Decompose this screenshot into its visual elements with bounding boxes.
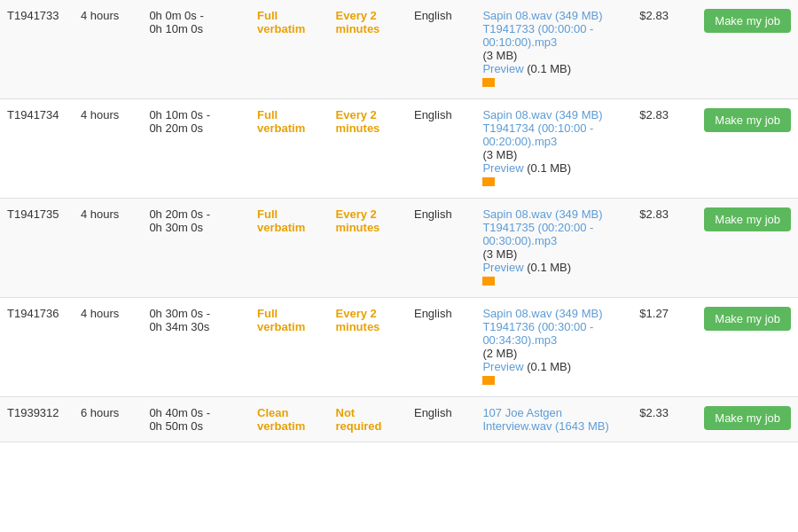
preview-link[interactable]: Preview: [482, 360, 523, 373]
action-cell: Make my job: [686, 99, 798, 199]
table-row: T1941736 4 hours 0h 30m 0s -0h 34m 30s F…: [0, 298, 798, 397]
table-row: T1941734 4 hours 0h 10m 0s -0h 20m 0s Fu…: [0, 99, 798, 199]
time-range-cell: 0h 20m 0s -0h 30m 0s: [142, 199, 250, 298]
jobs-table: T1941733 4 hours 0h 0m 0s -0h 10m 0s Ful…: [0, 0, 798, 442]
mp3-link[interactable]: T1941736 (00:30:00 - 00:34:30).mp3: [482, 320, 593, 347]
interval-value: Not required: [336, 406, 382, 433]
transcription-type: Cleanverbatim: [257, 406, 305, 433]
transcription-type: Fullverbatim: [257, 108, 305, 135]
hours-cell: 6 hours: [74, 397, 142, 442]
hours-value: 6 hours: [81, 406, 119, 419]
file-name-link[interactable]: Sapin 08.wav (349 MB): [482, 9, 602, 22]
language-cell: English: [407, 99, 475, 199]
file-info: 107 Joe Astgen Interview.wav (1643 MB): [482, 406, 625, 433]
make-job-button[interactable]: Make my job: [704, 207, 791, 231]
time-range-cell: 0h 0m 0s -0h 10m 0s: [142, 0, 250, 99]
price-cell: $2.33: [632, 397, 686, 442]
make-job-button[interactable]: Make my job: [704, 406, 791, 430]
hours-value: 4 hours: [81, 108, 119, 121]
type-cell: Fullverbatim: [250, 99, 328, 199]
job-id-cell: T1939312: [0, 397, 74, 442]
transcription-type: Fullverbatim: [257, 9, 305, 35]
file-info: Sapin 08.wav (349 MB)T1941735 (00:20:00 …: [482, 207, 625, 288]
price-value: $2.83: [639, 9, 669, 22]
interval-cell: Every 2minutes: [329, 298, 407, 397]
preview-link[interactable]: Preview: [482, 261, 523, 274]
mp3-link[interactable]: T1941733 (00:00:00 - 00:10:00).mp3: [482, 22, 593, 49]
time-range-cell: 0h 30m 0s -0h 34m 30s: [142, 298, 250, 397]
table-row: T1941733 4 hours 0h 0m 0s -0h 10m 0s Ful…: [0, 0, 798, 99]
transcription-type: Fullverbatim: [257, 207, 305, 234]
price-value: $2.83: [639, 108, 669, 121]
preview-link[interactable]: Preview: [482, 62, 523, 75]
file-info-cell: Sapin 08.wav (349 MB)T1941734 (00:10:00 …: [475, 99, 632, 199]
mp3-size: (3 MB): [482, 148, 517, 161]
job-id: T1941736: [7, 307, 59, 320]
price-cell: $2.83: [632, 199, 686, 298]
language-cell: English: [407, 397, 475, 442]
mp3-size: (3 MB): [482, 49, 517, 62]
hours-value: 4 hours: [81, 307, 119, 320]
language-cell: English: [407, 199, 475, 298]
job-id-cell: T1941735: [0, 199, 74, 298]
language-value: English: [414, 307, 452, 320]
hours-value: 4 hours: [81, 9, 119, 22]
file-info: Sapin 08.wav (349 MB)T1941736 (00:30:00 …: [482, 307, 625, 387]
job-id: T1941733: [7, 9, 59, 22]
job-id-cell: T1941734: [0, 99, 74, 199]
file-info: Sapin 08.wav (349 MB)T1941733 (00:00:00 …: [482, 9, 625, 90]
transcription-type: Fullverbatim: [257, 307, 305, 333]
interval-cell: Every 2minutes: [329, 199, 407, 298]
interval-value: Every 2minutes: [336, 108, 380, 135]
job-id: T1939312: [7, 406, 59, 419]
type-cell: Fullverbatim: [250, 0, 328, 99]
action-cell: Make my job: [686, 199, 798, 298]
hours-cell: 4 hours: [74, 99, 142, 199]
make-job-button[interactable]: Make my job: [704, 108, 791, 132]
language-value: English: [414, 9, 452, 22]
make-job-button[interactable]: Make my job: [704, 9, 791, 33]
price-value: $2.33: [639, 406, 669, 419]
language-value: English: [414, 207, 452, 221]
make-job-button[interactable]: Make my job: [704, 307, 791, 331]
file-name-link[interactable]: Sapin 08.wav (349 MB): [482, 307, 602, 320]
time-range-value: 0h 40m 0s -0h 50m 0s: [149, 406, 210, 433]
mp3-link[interactable]: T1941734 (00:10:00 - 00:20:00).mp3: [482, 121, 593, 148]
action-cell: Make my job: [686, 298, 798, 397]
table-row: T1941735 4 hours 0h 20m 0s -0h 30m 0s Fu…: [0, 199, 798, 298]
flag-icon: [482, 277, 495, 286]
mp3-size: (2 MB): [482, 347, 517, 360]
job-id-cell: T1941736: [0, 298, 74, 397]
job-id: T1941734: [7, 108, 59, 121]
hours-value: 4 hours: [81, 207, 119, 221]
type-cell: Fullverbatim: [250, 298, 328, 397]
flag-icon: [482, 376, 495, 385]
price-cell: $2.83: [632, 0, 686, 99]
file-name-link[interactable]: Sapin 08.wav (349 MB): [482, 207, 602, 221]
mp3-link[interactable]: T1941735 (00:20:00 - 00:30:00).mp3: [482, 221, 593, 247]
language-value: English: [414, 108, 452, 121]
price-value: $1.27: [639, 307, 669, 320]
time-range-value: 0h 10m 0s -0h 20m 0s: [149, 108, 210, 135]
price-cell: $1.27: [632, 298, 686, 397]
interval-value: Every 2minutes: [336, 9, 380, 35]
preview-link[interactable]: Preview: [482, 161, 523, 175]
time-range-value: 0h 30m 0s -0h 34m 30s: [149, 307, 210, 333]
type-cell: Cleanverbatim: [250, 397, 328, 442]
file-info-cell: Sapin 08.wav (349 MB)T1941735 (00:20:00 …: [475, 199, 632, 298]
preview-size: (0.1 MB): [527, 62, 571, 75]
interval-cell: Not required: [329, 397, 407, 442]
file-info-cell: 107 Joe Astgen Interview.wav (1643 MB): [475, 397, 632, 442]
action-cell: Make my job: [686, 397, 798, 442]
file-info-cell: Sapin 08.wav (349 MB)T1941736 (00:30:00 …: [475, 298, 632, 397]
file-info-cell: Sapin 08.wav (349 MB)T1941733 (00:00:00 …: [475, 0, 632, 99]
job-id: T1941735: [7, 207, 59, 221]
language-value: English: [414, 406, 452, 419]
price-cell: $2.83: [632, 99, 686, 199]
file-name-link[interactable]: 107 Joe Astgen Interview.wav (1643 MB): [482, 406, 608, 433]
type-cell: Fullverbatim: [250, 199, 328, 298]
language-cell: English: [407, 298, 475, 397]
time-range-cell: 0h 10m 0s -0h 20m 0s: [142, 99, 250, 199]
file-name-link[interactable]: Sapin 08.wav (349 MB): [482, 108, 602, 121]
file-info: Sapin 08.wav (349 MB)T1941734 (00:10:00 …: [482, 108, 625, 189]
